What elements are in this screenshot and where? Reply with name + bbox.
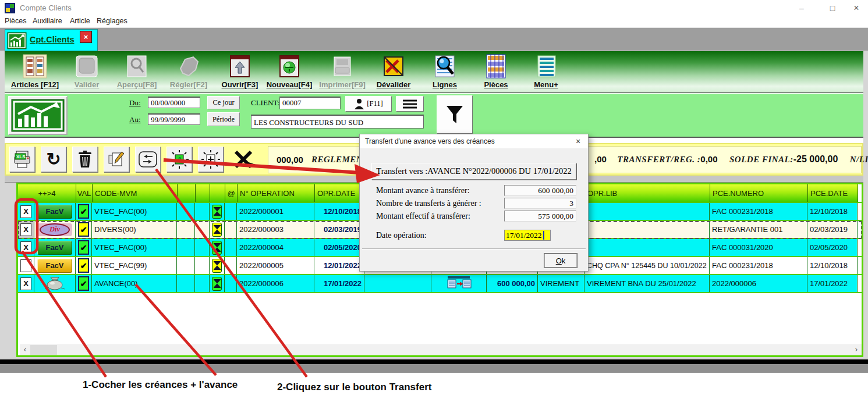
periode-button[interactable]: Période [207,112,240,126]
horizontal-scrollbar[interactable]: ‹ › [20,344,862,355]
hamburger-icon [402,99,417,109]
transfer-dialog: Transfert d'une avance vers des créances… [359,134,589,272]
header-operation[interactable]: N° OPERATION [238,184,315,202]
title-bar: Compte Clients – □ × [0,0,868,16]
annotation-note-2: 2-Cliquez sur le bouton Transfert [277,382,431,393]
opr-date-cell: 17/01/2022 [314,275,364,292]
ok-button[interactable]: Ok [544,253,578,268]
pce-date-cell: 12/10/2018 [807,203,858,220]
header-selection[interactable]: ++>4 [18,184,76,202]
maximize-button[interactable]: □ [824,2,841,14]
transfer-target-button[interactable]: Transfert vers :AVANCE N°2022/000006 DU … [371,163,576,180]
validated-checkbox[interactable]: ✔ [78,240,89,255]
dialog-close-icon[interactable]: × [572,136,584,147]
auto-letter-button[interactable]: A [166,147,192,172]
div-badge[interactable]: Div [37,223,72,236]
app-icon [5,3,15,13]
preview-icon [124,54,150,79]
date-to-field[interactable]: 99/99/9999 [148,113,200,125]
tab-close-icon[interactable]: × [80,31,92,43]
validated-checkbox[interactable]: ✔ [78,204,89,219]
validated-checkbox[interactable]: ✔ [78,276,89,291]
header-pce-numero[interactable]: PCE.NUMERO [710,184,808,202]
status-right: ,00 TRANSFERT/REG. :0,00 SOLDE FINAL:-25… [594,154,868,165]
menu-pieces[interactable]: Pièces [5,17,27,25]
menu-bar: Pièces Auxiliaire Article Réglages [0,16,868,28]
date-operation-label: Date opération: [376,231,427,240]
pay-icon [176,54,201,79]
validated-checkbox[interactable]: ✔ [78,222,89,237]
header-opr-date[interactable]: OPR.DATE [315,184,365,202]
filter-funnel-button[interactable] [437,95,473,134]
header-opr-lib[interactable]: OPR.LIB [585,184,710,202]
date-operation-field[interactable]: 17/01/2022 [504,230,551,241]
transfer-icon [139,151,157,167]
validated-checkbox[interactable]: ✔ [78,258,89,273]
code-mvm-cell: VTEC_FAC(00) [92,203,177,220]
tab-cpt-clients[interactable]: Cpt.Clients × [5,29,98,51]
row-checkbox[interactable] [20,259,31,272]
dialog-title: Transfert d'une avance vers des créances [365,137,495,145]
add-line-button[interactable] [198,147,224,172]
row-checkbox[interactable]: X [20,223,31,236]
header-code[interactable]: CODE-MVM [93,184,178,202]
scrollbar-thumb[interactable] [30,345,57,355]
facv-badge[interactable]: FacV [37,259,72,273]
pce-date-cell: 12/10/2018 [807,257,858,274]
account-chart-button[interactable] [8,96,68,135]
row-checkbox[interactable]: X [20,241,31,254]
menu-auxiliaire[interactable]: Auxiliaire [33,17,62,25]
dialog-separator [362,248,586,249]
nombre-transferts-field[interactable]: 3 [504,198,576,209]
toolbar-button-menu-plus[interactable]: Menu+ [514,54,578,91]
operation-cell: 2022/000003 [237,221,314,238]
pce-numero-cell: RET/GARANTIE 001 [710,221,807,238]
minimize-button[interactable]: – [793,2,810,14]
montant-avance-field[interactable]: 600 000,00 [504,185,576,196]
row-checkbox[interactable]: X [20,205,31,218]
opr-date-cell: 12/10/2018 [314,203,364,220]
opr-lib-cell [584,221,710,238]
client-lookup-button[interactable]: [F11] [345,96,392,112]
pce-date-cell: 02/03/2019 [807,221,858,238]
status-part: N/LIN: [850,155,868,164]
row-checkbox[interactable]: X [20,277,31,290]
header-pce-date[interactable]: PCE.DATE [808,184,858,202]
scroll-left-icon[interactable]: ‹ [20,344,30,355]
montant-effectif-field[interactable]: 575 000,00 [504,211,576,222]
delete-button[interactable] [72,147,98,172]
header-at[interactable]: @ [225,184,238,202]
facv-badge[interactable]: FacV [37,241,72,255]
scroll-right-icon[interactable]: › [851,344,862,355]
client-name-field[interactable]: LES CONSTRUCTEURS DU SUD [251,115,424,129]
client-code-field[interactable]: 00007 [279,97,341,109]
header-val[interactable]: VAL [76,184,93,202]
ce-jour-button[interactable]: Ce jour [207,96,240,109]
hamburger-button[interactable] [396,96,424,112]
facv-badge[interactable]: FacV [37,205,72,219]
grid-icon [483,54,509,79]
export-xls-button[interactable]: XLS [9,147,35,172]
window-title: Compte Clients [20,3,72,12]
transfer-button[interactable] [135,147,161,172]
menu-reglages[interactable]: Réglages [97,17,127,25]
hourglass-icon [212,205,222,219]
edit-button[interactable] [104,147,129,172]
table-row[interactable]: X ✔ AVANCE(00) 2022/000006 17/01/2022 [18,275,862,293]
cancel-selection-button[interactable] [232,147,257,172]
code-mvm-cell: AVANCE(00) [92,275,177,292]
menu-article[interactable]: Article [70,17,90,25]
code-mvm-cell: DIVERS(00) [92,221,177,238]
div-badge-label: Div [40,223,70,236]
amount-cell: 600 000,00 [487,275,538,292]
close-button[interactable]: × [848,2,865,14]
bottom-gray-bar [0,364,868,373]
person-icon [354,98,364,110]
date-from-field[interactable]: 00/00/0000 [148,97,200,108]
au-label: Au: [129,115,141,124]
refresh-button[interactable]: ↻ [41,147,66,172]
dialog-title-bar[interactable]: Transfert d'une avance vers des créances… [360,134,588,148]
articles-icon [22,54,48,79]
status-part: SOLDE FINAL: [729,155,793,164]
lines-search-icon [432,54,458,79]
